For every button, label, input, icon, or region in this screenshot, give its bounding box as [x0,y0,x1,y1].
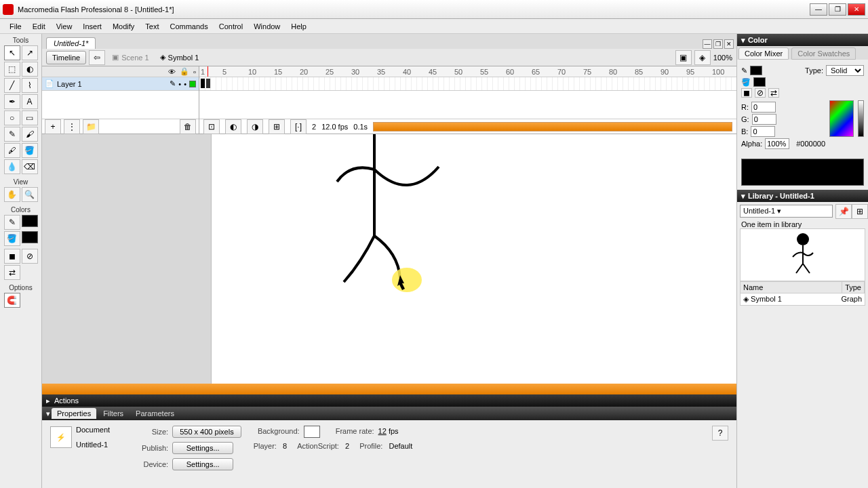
r-input[interactable] [751,102,776,113]
stage[interactable] [212,134,736,384]
onion-outline-button[interactable]: ◑ [247,119,263,134]
edit-scene-button[interactable]: ▣ [675,50,692,65]
type-select[interactable]: Solid [826,65,864,76]
menu-text[interactable]: Text [140,21,164,32]
outline-icon[interactable]: ▫ [193,68,196,76]
subselection-tool[interactable]: ↗ [22,45,38,60]
onion-skin-button[interactable]: ◐ [225,119,241,134]
maximize-button[interactable]: ❐ [829,3,846,16]
back-button[interactable]: ⇦ [89,50,105,65]
add-guide-button[interactable]: ⋮ [64,119,80,134]
doc-restore-button[interactable]: ❐ [713,39,723,49]
doc-close-button[interactable]: ✕ [724,39,734,49]
center-frame-button[interactable]: ⊡ [203,119,220,134]
help-button[interactable]: ? [712,426,728,441]
alpha-input[interactable] [765,138,789,149]
actions-panel-header[interactable]: ▸ Actions [42,394,736,407]
col-type[interactable]: Type [842,282,865,293]
zoom-value[interactable]: 100% [713,54,732,62]
framerate-value[interactable]: 12 [378,427,387,435]
eraser-tool[interactable]: ⌫ [22,159,38,174]
default-colors-button[interactable]: ◼ [4,249,20,264]
bw-button[interactable]: ◼ [741,88,752,98]
pencil-icon[interactable]: ✎ [741,66,747,75]
close-button[interactable]: ✕ [848,3,865,16]
menu-view[interactable]: View [51,21,78,32]
pencil-tool[interactable]: ✎ [4,127,20,142]
tab-parameters[interactable]: Parameters [130,408,180,419]
collapse-icon[interactable]: ▾ [46,409,50,418]
menu-window[interactable]: Window [248,21,285,32]
timeline-scrollbar[interactable] [373,122,732,131]
tab-properties[interactable]: Properties [52,408,96,419]
device-settings-button[interactable]: Settings... [172,458,233,470]
stage-scrollbar[interactable] [42,384,736,394]
no-color-button[interactable]: ⊘ [22,249,38,264]
hand-tool[interactable]: ✋ [4,187,20,202]
library-select[interactable]: Untitled-1 ▾ [740,205,833,218]
rectangle-tool[interactable]: ▭ [22,110,38,125]
tab-color-mixer[interactable]: Color Mixer [738,47,789,60]
free-transform-tool[interactable]: ⬚ [4,62,20,77]
swap-button[interactable]: ⇄ [768,88,779,98]
library-panel-header[interactable]: ▾ Library - Untitled-1 [737,190,868,202]
timeline-toggle[interactable]: Timeline [46,51,86,64]
pen-tool[interactable]: ✒ [4,94,20,109]
new-library-button[interactable]: ⊞ [852,204,868,219]
stroke-color-swatch[interactable] [750,66,762,75]
menu-help[interactable]: Help [285,21,312,32]
g-input[interactable] [752,114,776,125]
eyedropper-tool[interactable]: 💧 [4,159,20,174]
pin-library-button[interactable]: 📌 [835,204,852,219]
menu-modify[interactable]: Modify [107,21,140,32]
paint-bucket-tool[interactable]: 🪣 [22,143,38,158]
layer-row[interactable]: 📄 Layer 1 ✎ •• [42,77,199,91]
lock-icon[interactable]: 🔒 [180,67,189,76]
hex-value[interactable]: #000000 [796,140,825,148]
background-swatch[interactable] [304,426,320,438]
stroke-swatch[interactable] [22,215,38,227]
layer-outline-color[interactable] [189,81,196,87]
text-tool[interactable]: A [22,94,38,109]
snap-option[interactable]: 🧲 [4,293,20,308]
brightness-slider[interactable] [858,100,864,137]
delete-layer-button[interactable]: 🗑 [180,119,196,134]
col-name[interactable]: Name [741,282,842,293]
document-tab[interactable]: Untitled-1* [46,37,96,49]
brush-tool[interactable]: 🖌 [22,127,38,142]
add-layer-button[interactable]: + [45,119,61,134]
menu-edit[interactable]: Edit [27,21,51,32]
edit-frames-button[interactable]: ⊞ [269,119,285,134]
minimize-button[interactable]: — [810,3,827,16]
menu-control[interactable]: Control [214,21,248,32]
visibility-icon[interactable]: 👁 [168,68,176,76]
zoom-tool[interactable]: 🔍 [22,187,38,202]
tab-color-swatches[interactable]: Color Swatches [791,47,856,60]
color-picker[interactable] [829,100,854,137]
swap-colors-button[interactable]: ⇄ [4,265,20,280]
modify-onion-button[interactable]: [·] [290,119,307,134]
menu-file[interactable]: File [4,21,27,32]
fill-swatch[interactable] [22,231,38,243]
frame-strip[interactable] [199,77,736,91]
bucket-icon[interactable]: 🪣 [741,78,751,87]
menu-commands[interactable]: Commands [164,21,213,32]
gradient-tool[interactable]: ◐ [22,62,38,77]
oval-tool[interactable]: ○ [4,110,20,125]
keyframe-2[interactable] [206,79,210,88]
menu-insert[interactable]: Insert [77,21,107,32]
ink-bottle-tool[interactable]: 🖋 [4,143,20,158]
scene-crumb[interactable]: ▣ Scene 1 [108,52,153,63]
doc-minimize-button[interactable]: — [703,39,712,49]
size-button[interactable]: 550 x 400 pixels [172,426,241,438]
publish-settings-button[interactable]: Settings... [172,442,233,454]
nocolor-button[interactable]: ⊘ [755,88,766,98]
color-panel-header[interactable]: ▾ Color [737,34,868,46]
playhead[interactable] [208,66,208,77]
symbol-crumb[interactable]: ◈ Symbol 1 [156,52,203,63]
line-tool[interactable]: ╱ [4,78,20,93]
frame-ruler[interactable]: 1 5 10 15 20 25 30 35 40 45 50 55 60 65 … [199,66,736,77]
selection-tool[interactable]: ↖ [4,45,20,60]
keyframe-1[interactable] [201,79,205,88]
fill-color-icon[interactable]: 🪣 [4,231,20,246]
